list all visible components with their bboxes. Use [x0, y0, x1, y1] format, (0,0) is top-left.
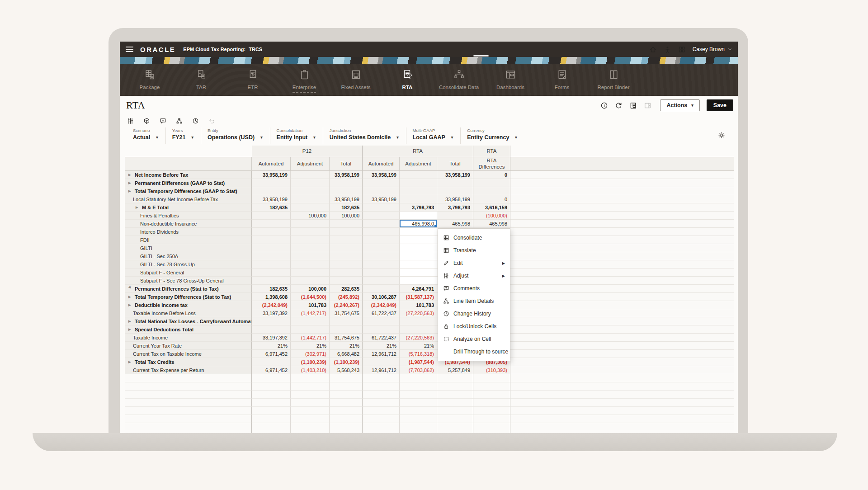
data-cell[interactable]: (310,393)	[473, 366, 510, 374]
menu-item-comments[interactable]: Comments	[438, 282, 510, 295]
data-cell[interactable]	[330, 277, 363, 285]
data-cell[interactable]	[363, 228, 400, 236]
data-cell[interactable]	[252, 236, 291, 244]
refresh-icon[interactable]	[615, 102, 623, 109]
collapse-triangle-icon[interactable]: ▶	[128, 285, 135, 292]
menu-item-consolidate[interactable]: Consolidate	[438, 231, 510, 244]
data-cell[interactable]: 33,958,199	[437, 195, 473, 203]
data-cell[interactable]	[473, 179, 510, 187]
data-cell[interactable]: 3,798,793	[400, 203, 437, 212]
data-cell[interactable]	[291, 236, 330, 244]
data-cell[interactable]	[400, 277, 437, 285]
data-cell[interactable]	[363, 236, 400, 244]
data-cell[interactable]	[330, 179, 363, 187]
data-cell[interactable]	[400, 244, 437, 252]
data-cell[interactable]: 4,264,791	[400, 285, 437, 293]
data-cell[interactable]: 12,961,712	[363, 350, 400, 358]
menu-item-edit[interactable]: Edit▶	[438, 257, 510, 269]
data-cell[interactable]	[330, 244, 363, 252]
data-cell[interactable]: 33,958,199	[330, 171, 363, 179]
nav-item-package[interactable]: Package	[124, 64, 175, 96]
data-cell[interactable]	[330, 260, 363, 269]
data-cell[interactable]	[291, 171, 330, 179]
data-cell[interactable]: (2,240,267)	[330, 301, 363, 309]
data-cell[interactable]	[400, 187, 437, 195]
expand-triangle-icon[interactable]: ▶	[128, 181, 135, 185]
menu-item-adjust[interactable]: Adjust▶	[438, 269, 510, 282]
form-search-icon[interactable]	[629, 102, 637, 109]
data-cell[interactable]: 30,106,287	[363, 293, 400, 301]
data-cell[interactable]	[252, 187, 291, 195]
data-cell[interactable]	[473, 187, 510, 195]
data-cell[interactable]: (27,220,563)	[400, 309, 437, 317]
data-cell[interactable]	[291, 220, 330, 228]
data-cell[interactable]: 21%	[291, 342, 330, 350]
data-cell[interactable]: (2,342,049)	[363, 301, 400, 309]
data-cell[interactable]: 21%	[400, 342, 437, 350]
data-cell[interactable]	[363, 285, 400, 293]
nav-item-consolidate-data[interactable]: Consolidate Data	[433, 64, 485, 96]
data-cell[interactable]	[363, 244, 400, 252]
data-cell[interactable]	[400, 171, 437, 179]
data-cell[interactable]: 6,971,452	[252, 366, 291, 374]
expand-triangle-icon[interactable]: ▶	[128, 173, 135, 177]
data-cell[interactable]	[400, 236, 437, 244]
data-cell[interactable]	[330, 252, 363, 260]
data-cell[interactable]: (1,644,500)	[291, 293, 330, 301]
data-cell[interactable]: 21%	[363, 342, 400, 350]
data-cell[interactable]	[252, 252, 291, 260]
data-cell[interactable]	[363, 317, 400, 325]
consolidate-icon[interactable]	[143, 118, 150, 124]
data-cell[interactable]	[400, 252, 437, 260]
pov-years[interactable]: YearsFY21▼	[165, 127, 201, 144]
data-cell[interactable]	[400, 195, 437, 203]
data-cell[interactable]	[400, 260, 437, 269]
data-cell[interactable]: 465,998	[437, 220, 473, 228]
menu-item-line-item-details[interactable]: Line Item Details	[438, 295, 510, 307]
data-cell[interactable]: 6,668,482	[330, 350, 363, 358]
data-cell[interactable]	[363, 187, 400, 195]
data-cell[interactable]: (1,987,544)	[400, 358, 437, 366]
selected-cell[interactable]: 465,998.0	[400, 220, 437, 228]
data-cell[interactable]: 101,783	[400, 301, 437, 309]
data-cell[interactable]	[252, 244, 291, 252]
data-cell[interactable]: 3,798,793	[437, 203, 473, 212]
data-cell[interactable]	[252, 179, 291, 187]
actions-button[interactable]: Actions▾	[660, 99, 699, 111]
data-cell[interactable]	[330, 220, 363, 228]
data-cell[interactable]: (7,703,862)	[400, 366, 437, 374]
data-cell[interactable]	[330, 187, 363, 195]
data-cell[interactable]: (1,442,717)	[291, 334, 330, 342]
info-icon[interactable]	[600, 102, 608, 109]
data-cell[interactable]: 1,398,608	[252, 293, 291, 301]
nav-item-etr[interactable]: ETR	[227, 64, 278, 96]
data-cell[interactable]	[291, 187, 330, 195]
expand-triangle-icon[interactable]: ▶	[128, 328, 135, 331]
nav-item-forms[interactable]: Forms	[536, 64, 588, 96]
data-cell[interactable]: 100,000	[291, 212, 330, 220]
data-cell[interactable]	[400, 325, 437, 334]
data-cell[interactable]: 5,568,243	[330, 366, 363, 374]
data-cell[interactable]	[291, 277, 330, 285]
save-button[interactable]: Save	[707, 99, 733, 111]
nav-item-rta[interactable]: RTA	[382, 64, 433, 96]
data-cell[interactable]	[291, 244, 330, 252]
data-cell[interactable]	[291, 252, 330, 260]
data-cell[interactable]	[363, 325, 400, 334]
data-cell[interactable]: 6,971,452	[252, 350, 291, 358]
data-cell[interactable]: (1,442,717)	[291, 309, 330, 317]
data-cell[interactable]	[291, 317, 330, 325]
pov-entity[interactable]: EntityOperations (USD)▼	[201, 127, 270, 144]
data-cell[interactable]	[291, 203, 330, 212]
menu-item-lock-unlock-cells[interactable]: Lock/Unlock Cells	[438, 320, 510, 333]
data-cell[interactable]	[291, 195, 330, 203]
pov-multi-gaap[interactable]: Multi-GAAPLocal GAAP▼	[406, 127, 461, 144]
data-cell[interactable]: 31,754,675	[330, 309, 363, 317]
data-cell[interactable]	[363, 260, 400, 269]
data-cell[interactable]: 61,722,437	[363, 309, 400, 317]
expand-triangle-icon[interactable]: ▶	[128, 295, 135, 299]
data-cell[interactable]: 33,958,199	[363, 195, 400, 203]
data-cell[interactable]	[330, 269, 363, 277]
pov-currency[interactable]: CurrencyEntity Currency▼	[460, 127, 524, 144]
data-cell[interactable]	[252, 269, 291, 277]
